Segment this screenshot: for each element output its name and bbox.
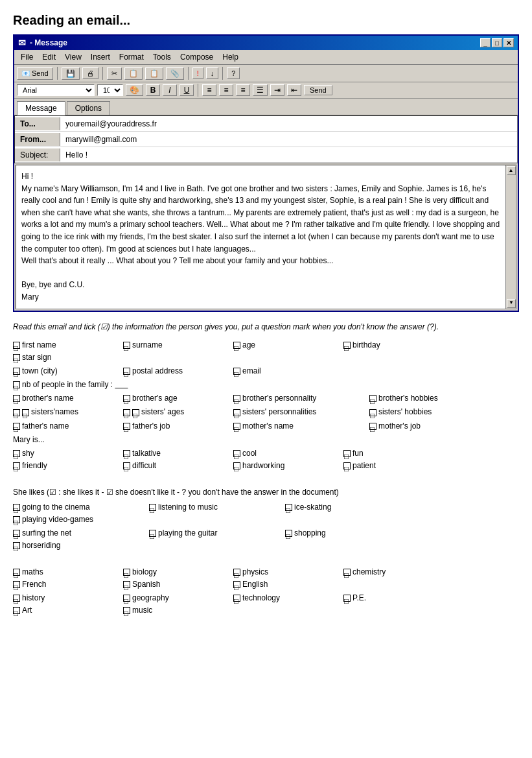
cut-button[interactable]: ✂ — [107, 67, 122, 80]
checkbox-physics[interactable]: □ — [233, 569, 240, 576]
checkbox-talkative[interactable]: □ — [123, 450, 130, 457]
checkbox-sisters-ages-1[interactable]: □ — [123, 409, 130, 416]
checkbox-surfing[interactable]: □ — [13, 530, 20, 537]
checkbox-first-name[interactable]: □ — [13, 342, 20, 349]
checkbox-biology[interactable]: □ — [123, 569, 130, 576]
menu-tools[interactable]: Tools — [149, 51, 175, 63]
label-postal: postal address — [132, 365, 183, 377]
checkbox-art[interactable]: □ — [13, 607, 20, 614]
checkbox-chemistry[interactable]: □ — [343, 569, 351, 576]
align-right-button[interactable]: ≡ — [236, 84, 250, 96]
checkbox-sisters-hobbies[interactable]: □ — [369, 409, 376, 416]
checkbox-sisters-ages-2[interactable]: □ — [132, 409, 139, 416]
label-guitar: playing the guitar — [158, 527, 217, 539]
checkbox-hardworking[interactable]: □ — [233, 462, 240, 469]
checkbox-nb-people[interactable]: □ — [13, 381, 20, 388]
menu-insert[interactable]: Insert — [87, 51, 114, 63]
checkbox-pe[interactable]: □ — [343, 595, 351, 602]
checkbox-fathers-name[interactable]: □ — [13, 423, 20, 430]
checkbox-town[interactable]: □ — [13, 368, 20, 375]
checkbox-friendly[interactable]: □ — [13, 462, 20, 469]
checkbox-technology[interactable]: □ — [233, 595, 240, 602]
align-center-button[interactable]: ≡ — [219, 84, 233, 96]
send-small-button[interactable]: Send — [304, 85, 332, 95]
checkbox-surname[interactable]: □ — [123, 342, 130, 349]
close-button[interactable]: ✕ — [503, 38, 514, 47]
checkbox-geography[interactable]: □ — [123, 595, 130, 602]
checkbox-guitar[interactable]: □ — [149, 530, 156, 537]
checkbox-music-subject[interactable]: □ — [123, 607, 130, 614]
checkbox-brothers-hobbies[interactable]: □ — [369, 395, 376, 402]
checkbox-shopping[interactable]: □ — [285, 530, 292, 537]
color-button[interactable]: 🎨 — [126, 84, 143, 96]
checkbox-brothers-personality[interactable]: □ — [233, 395, 240, 402]
checkbox-email[interactable]: □ — [233, 368, 240, 375]
priority-high-button[interactable]: ! — [192, 67, 203, 79]
checkbox-spanish[interactable]: □ — [123, 581, 130, 588]
italic-button[interactable]: I — [163, 84, 177, 96]
checkbox-difficult[interactable]: □ — [123, 462, 130, 469]
subject-value[interactable]: Hello ! — [60, 148, 517, 161]
menu-format[interactable]: Format — [115, 51, 148, 63]
menu-edit[interactable]: Edit — [38, 51, 60, 63]
from-label[interactable]: From... — [15, 133, 60, 146]
checkbox-age[interactable]: □ — [233, 342, 240, 349]
menu-view[interactable]: View — [61, 51, 86, 63]
checkbox-maths[interactable]: □ — [13, 569, 20, 576]
menu-file[interactable]: File — [17, 51, 37, 63]
bold-button[interactable]: B — [146, 84, 160, 96]
scroll-up-button[interactable]: ▲ — [507, 166, 516, 175]
checkbox-birthday[interactable]: □ — [343, 342, 351, 349]
checkbox-fathers-job[interactable]: □ — [123, 423, 130, 430]
outdent-button[interactable]: ⇤ — [287, 84, 301, 96]
font-select[interactable]: Arial — [17, 84, 95, 96]
checkbox-music[interactable]: □ — [149, 504, 156, 511]
maximize-button[interactable]: □ — [492, 38, 502, 47]
copy-button[interactable]: 📋 — [124, 67, 143, 80]
checkbox-ice-skating[interactable]: □ — [285, 504, 292, 511]
menu-compose[interactable]: Compose — [176, 51, 217, 63]
bullets-button[interactable]: ☰ — [253, 84, 268, 96]
to-label[interactable]: To... — [15, 117, 60, 130]
checkbox-mothers-name[interactable]: □ — [233, 423, 240, 430]
checkbox-history[interactable]: □ — [13, 595, 20, 602]
checkbox-postal[interactable]: □ — [123, 368, 130, 375]
checkbox-horseriding[interactable]: □ — [13, 542, 20, 549]
checkbox-brothers-age[interactable]: □ — [123, 395, 130, 402]
checkbox-sisters-names-1[interactable]: □ — [13, 409, 20, 416]
print-button[interactable]: 🖨 — [82, 67, 98, 79]
checkbox-english[interactable]: □ — [233, 581, 240, 588]
email-fields: To... youremail@youraddress.fr From... m… — [14, 115, 518, 163]
scrollbar[interactable]: ▲ ▼ — [505, 165, 516, 309]
checkbox-star-sign[interactable]: □ — [13, 354, 20, 361]
tab-options[interactable]: Options — [67, 101, 110, 115]
menu-help[interactable]: Help — [218, 51, 242, 63]
checkbox-mothers-job[interactable]: □ — [369, 423, 376, 430]
checkbox-cool[interactable]: □ — [233, 450, 240, 457]
checkbox-sisters-personalities[interactable]: □ — [233, 409, 240, 416]
paste-button[interactable]: 📋 — [145, 67, 163, 80]
checkbox-french[interactable]: □ — [13, 581, 20, 588]
send-button[interactable]: 📧 Send — [17, 67, 53, 80]
scroll-down-button[interactable]: ▼ — [507, 299, 516, 308]
size-select[interactable]: 10 — [97, 84, 123, 96]
help-button[interactable]: ? — [227, 67, 240, 79]
save-button[interactable]: 💾 — [62, 67, 80, 80]
checkbox-shy[interactable]: □ — [13, 450, 20, 457]
tab-message[interactable]: Message — [17, 101, 65, 115]
to-value[interactable]: youremail@youraddress.fr — [60, 117, 517, 130]
indent-button[interactable]: ⇥ — [270, 84, 284, 96]
from-value[interactable]: marywill@gmail.com — [60, 133, 517, 146]
checkbox-video-games[interactable]: □ — [13, 516, 20, 523]
checkbox-fun[interactable]: □ — [343, 450, 351, 457]
label-brothers-personality: brother's personnality — [242, 392, 316, 405]
checkbox-cinema[interactable]: □ — [13, 504, 20, 511]
checkbox-patient[interactable]: □ — [343, 462, 351, 469]
underline-button[interactable]: U — [179, 84, 194, 96]
minimize-button[interactable]: _ — [480, 38, 491, 47]
checkbox-sisters-names-2[interactable]: □ — [22, 409, 29, 416]
attach-button[interactable]: 📎 — [166, 67, 184, 80]
checkbox-brothers-name[interactable]: □ — [13, 395, 20, 402]
priority-low-button[interactable]: ↓ — [206, 67, 219, 79]
align-left-button[interactable]: ≡ — [202, 84, 216, 96]
